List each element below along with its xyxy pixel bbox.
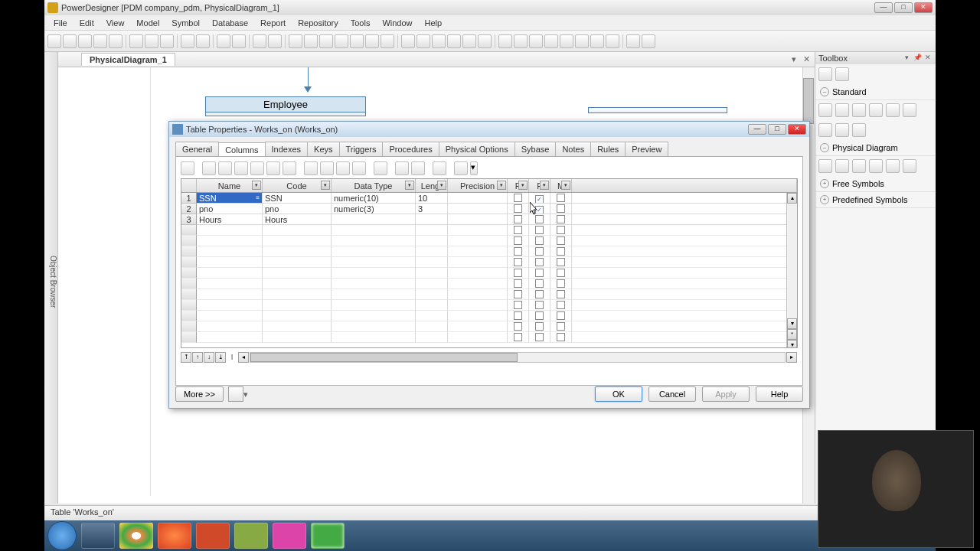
- start-button[interactable]: [47, 521, 77, 550]
- checkbox-icon[interactable]: [514, 247, 522, 256]
- taskbar-powerpoint[interactable]: [196, 523, 230, 549]
- scroll-new-icon[interactable]: *: [787, 329, 797, 340]
- checkbox-icon[interactable]: ✓: [535, 195, 544, 204]
- maximize-button[interactable]: □: [894, 2, 913, 13]
- row-header[interactable]: [181, 300, 197, 311]
- cell-mandatory[interactable]: [550, 193, 572, 204]
- checkbox-icon[interactable]: [514, 269, 522, 277]
- cell-name[interactable]: pno: [197, 204, 263, 214]
- toolbar-win8-icon[interactable]: [606, 34, 619, 48]
- toolbox-pin-icon[interactable]: 📌: [913, 54, 922, 63]
- collapse-icon[interactable]: –: [820, 143, 829, 152]
- toolbar-db5-icon[interactable]: [350, 34, 364, 48]
- dlg-tb-addcopy-icon[interactable]: [234, 161, 248, 175]
- dlg-tb-dropdown-icon[interactable]: ▾: [470, 161, 478, 175]
- toolbar-db1-icon[interactable]: [289, 34, 302, 48]
- tab-columns[interactable]: Columns: [218, 142, 265, 157]
- checkbox-icon[interactable]: [535, 247, 544, 256]
- dropdown-caret-icon[interactable]: ▾: [243, 390, 248, 399]
- cell-foreign[interactable]: [529, 214, 550, 225]
- dropdown-icon[interactable]: ▾: [321, 181, 330, 190]
- cell-name[interactable]: Hours: [197, 214, 263, 225]
- toolbar-open-icon[interactable]: [63, 34, 77, 48]
- cell-length[interactable]: 10: [416, 193, 448, 204]
- table-row[interactable]: 1SSN≡SSNnumeric(10)10✓: [181, 193, 797, 204]
- more-button[interactable]: More >>: [175, 386, 224, 402]
- checkbox-icon[interactable]: [535, 301, 544, 309]
- toolbar-print2-icon[interactable]: [642, 34, 655, 48]
- col-header-mandatory[interactable]: M▾: [550, 179, 572, 192]
- menu-report[interactable]: Report: [254, 17, 292, 29]
- row-header[interactable]: [181, 311, 197, 321]
- checkbox-icon[interactable]: [557, 269, 565, 277]
- dlg-tb-find-icon[interactable]: [374, 161, 387, 175]
- checkbox-icon[interactable]: [535, 333, 544, 341]
- dropdown-icon[interactable]: ▾: [252, 181, 261, 190]
- dropdown-icon[interactable]: ▾: [540, 181, 549, 190]
- ref-icon[interactable]: [852, 159, 866, 173]
- dlg-tb-star-icon[interactable]: [283, 161, 296, 175]
- toolbar-sync-icon[interactable]: [478, 34, 492, 48]
- row-header[interactable]: [181, 257, 197, 268]
- taskbar-explorer[interactable]: [81, 523, 115, 549]
- toolbar-db2-icon[interactable]: [304, 34, 318, 48]
- help-button[interactable]: Help: [756, 386, 803, 402]
- delete2-icon[interactable]: [852, 123, 866, 137]
- menu-window[interactable]: Window: [376, 17, 418, 29]
- close-button[interactable]: ✕: [914, 2, 933, 13]
- scroll-down-icon[interactable]: ▾: [787, 318, 797, 329]
- toolbar-win3-icon[interactable]: [529, 34, 543, 48]
- nav-right-icon[interactable]: ▸: [786, 352, 797, 363]
- dlg-tb-open-icon[interactable]: [266, 161, 280, 175]
- menu-view[interactable]: View: [100, 17, 131, 29]
- dialog-titlebar[interactable]: Table Properties - Works_on (Works_on) —…: [169, 122, 809, 137]
- checkbox-icon[interactable]: [535, 290, 544, 298]
- row-header[interactable]: [181, 236, 197, 246]
- toolbar-win6-icon[interactable]: [575, 34, 589, 48]
- checkbox-icon[interactable]: [514, 226, 522, 234]
- checkbox-icon[interactable]: [514, 301, 522, 309]
- toolbar-print-icon[interactable]: [109, 34, 122, 48]
- cell-length[interactable]: 3: [416, 204, 448, 214]
- cell-primary[interactable]: [508, 204, 529, 214]
- grid-hscroll[interactable]: [250, 352, 786, 363]
- pointer-icon[interactable]: [818, 103, 832, 117]
- tab-keys[interactable]: Keys: [307, 142, 339, 156]
- cell-primary[interactable]: [508, 193, 529, 204]
- checkbox-icon[interactable]: [535, 279, 544, 288]
- taskbar-chrome[interactable]: [119, 523, 153, 549]
- row-header[interactable]: [181, 279, 197, 289]
- doc-close-icon[interactable]: ✕: [801, 54, 812, 65]
- table-icon[interactable]: [818, 159, 832, 173]
- expand-icon[interactable]: +: [820, 179, 829, 188]
- scroll-up-icon[interactable]: ▴: [787, 193, 797, 204]
- toolbox-group-standard[interactable]: – Standard: [815, 84, 936, 100]
- col-header-datatype[interactable]: Data Type▾: [332, 179, 416, 192]
- dlg-tb-cut-icon[interactable]: [304, 161, 318, 175]
- toolbar-refresh-icon[interactable]: [462, 34, 476, 48]
- row-header[interactable]: [181, 289, 197, 300]
- toolbar-check-icon[interactable]: [401, 34, 415, 48]
- nav-down-icon[interactable]: ↓: [204, 352, 214, 363]
- toolbar-undo-icon[interactable]: [217, 34, 230, 48]
- checkbox-icon[interactable]: [557, 311, 565, 320]
- expand-icon[interactable]: +: [820, 195, 829, 204]
- checkbox-icon[interactable]: [535, 269, 544, 277]
- tab-general[interactable]: General: [175, 142, 219, 156]
- document-tab[interactable]: PhysicalDiagram_1: [81, 53, 175, 66]
- toolbar-db3-icon[interactable]: [319, 34, 333, 48]
- toolbar-win2-icon[interactable]: [514, 34, 528, 48]
- toolbar-font-icon[interactable]: [416, 34, 430, 48]
- checkbox-icon[interactable]: [557, 226, 565, 234]
- tab-rules[interactable]: Rules: [590, 142, 626, 156]
- toolbar-paste-icon[interactable]: [160, 34, 174, 48]
- toolbar-saveall-icon[interactable]: [93, 34, 107, 48]
- checkbox-icon[interactable]: [514, 279, 522, 288]
- checkbox-icon[interactable]: [557, 279, 565, 288]
- col-header-code[interactable]: Code▾: [263, 179, 332, 192]
- tab-sybase[interactable]: Sybase: [514, 142, 557, 156]
- taskbar-firefox[interactable]: [158, 523, 191, 549]
- toolbar-win7-icon[interactable]: [590, 34, 604, 48]
- tab-procedures[interactable]: Procedures: [382, 142, 439, 156]
- menu-symbol[interactable]: Symbol: [165, 17, 206, 29]
